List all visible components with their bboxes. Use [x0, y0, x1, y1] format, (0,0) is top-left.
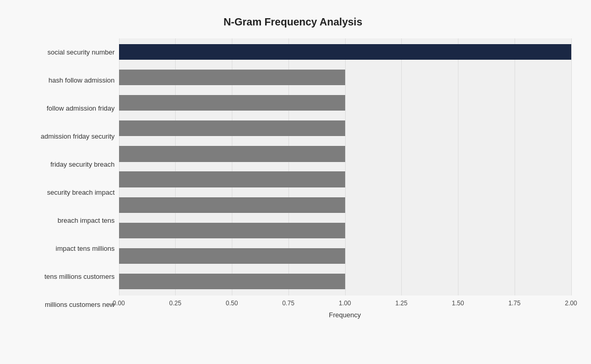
y-label: follow admission friday: [15, 105, 115, 112]
x-tick-label: 1.75: [508, 300, 520, 307]
bar-row: [119, 90, 571, 116]
x-tick-label: 1.00: [339, 300, 351, 307]
y-label: breach impact tens: [15, 217, 115, 224]
y-label: tens millions customers: [15, 273, 115, 280]
bar-row: [119, 167, 571, 192]
x-tick-label: 0.00: [113, 300, 125, 307]
bar-row: [119, 268, 571, 294]
bar: [119, 248, 345, 264]
bar: [119, 223, 345, 238]
x-tick-label: 1.50: [452, 300, 464, 307]
x-tick-label: 0.50: [226, 300, 238, 307]
x-axis-title: Frequency: [119, 311, 571, 319]
x-tick-label: 0.25: [169, 300, 181, 307]
y-label: hash follow admission: [15, 77, 115, 84]
bars-wrapper: [119, 38, 571, 295]
bar: [119, 274, 345, 289]
y-label: social security number: [15, 49, 115, 56]
bar: [119, 171, 345, 187]
y-label: admission friday security: [15, 133, 115, 140]
bar-row: [119, 192, 571, 218]
x-tick-label: 0.75: [282, 300, 294, 307]
grid-line: [571, 38, 572, 295]
bar-row: [119, 218, 571, 243]
bar: [119, 70, 345, 85]
y-label: friday security breach: [15, 161, 115, 168]
bar: [119, 197, 345, 213]
x-tick-label: 1.25: [396, 300, 408, 307]
bar-row: [119, 243, 571, 268]
bar: [119, 146, 345, 161]
x-tick-label: 2.00: [565, 300, 577, 307]
plot-area: 0.000.250.500.751.001.251.501.752.00 Fre…: [119, 38, 571, 319]
bar-row: [119, 65, 571, 90]
y-label: impact tens millions: [15, 245, 115, 252]
bar-row: [119, 116, 571, 141]
y-label: millions customers new: [15, 301, 115, 308]
bars-section: [119, 38, 571, 295]
bar: [119, 44, 571, 60]
bar: [119, 95, 345, 111]
bar-row: [119, 39, 571, 65]
bar-row: [119, 141, 571, 167]
y-label: security breach impact: [15, 189, 115, 196]
chart-title: N-Gram Frequency Analysis: [15, 16, 571, 28]
y-axis-labels: social security numberhash follow admiss…: [15, 38, 119, 319]
chart-area: social security numberhash follow admiss…: [15, 38, 571, 319]
chart-container: N-Gram Frequency Analysis social securit…: [10, 6, 582, 359]
bar: [119, 120, 345, 136]
x-tick-labels: 0.000.250.500.751.001.251.501.752.00: [119, 298, 571, 309]
